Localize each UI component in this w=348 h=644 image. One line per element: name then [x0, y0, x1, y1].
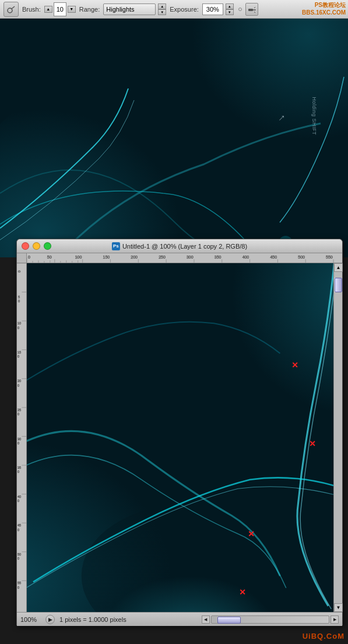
brush-size-value: 10 — [54, 2, 66, 16]
maximize-button[interactable] — [44, 242, 51, 250]
canvas-svg — [27, 263, 333, 612]
airbrush-button[interactable] — [245, 3, 258, 16]
exposure-arrows: ▲ ▼ — [226, 3, 234, 15]
svg-text:10: 10 — [17, 321, 22, 325]
marker-x1: ✕ — [291, 361, 298, 369]
vertical-ruler: 0 5 0 10 0 15 0 20 0 25 0 — [17, 263, 26, 612]
scroll-right-button[interactable]: ▶ — [331, 615, 339, 624]
svg-rect-2 — [248, 9, 253, 11]
scroll-track-horizontal[interactable] — [211, 615, 330, 624]
photoshop-window: Ps Untitled-1 @ 100% (Layer 1 copy 2, RG… — [16, 239, 343, 625]
brush-size-control: ▲ 10 ▼ — [44, 2, 76, 16]
brush-up-button[interactable]: ▲ — [44, 6, 52, 13]
svg-text:350: 350 — [215, 256, 222, 260]
svg-text:35: 35 — [17, 466, 22, 469]
scroll-track-top — [334, 272, 342, 278]
svg-text:100: 100 — [75, 256, 82, 260]
svg-text:150: 150 — [103, 256, 110, 260]
svg-text:400: 400 — [242, 256, 249, 260]
svg-rect-12 — [27, 253, 342, 263]
svg-text:250: 250 — [159, 256, 166, 260]
svg-text:200: 200 — [131, 256, 138, 260]
status-bar: 100% ▶ 1 pixels = 1.0000 pixels ◀ ▶ — [17, 612, 342, 626]
watermark-top: PS教程论坛 BBS.16XC.COM — [302, 1, 346, 16]
range-select[interactable]: Highlights — [103, 3, 156, 15]
range-arrows: ▲ ▼ — [158, 3, 166, 15]
svg-text:55: 55 — [17, 581, 22, 585]
exposure-label: Exposure: — [170, 6, 199, 13]
range-up-button[interactable]: ▲ — [158, 3, 166, 9]
scroll-thumb-vertical[interactable] — [335, 278, 342, 292]
svg-line-4 — [254, 7, 255, 8]
svg-text:550: 550 — [326, 256, 333, 260]
svg-line-6 — [254, 12, 255, 13]
svg-text:50: 50 — [17, 553, 22, 556]
svg-text:500: 500 — [298, 256, 305, 260]
scroll-up-button[interactable]: ▲ — [334, 263, 343, 272]
scrollbar-vertical: ▲ ▼ — [333, 263, 342, 612]
zoom-level: 100% — [20, 616, 41, 623]
marker-x2: ✕ — [309, 440, 316, 448]
scroll-track-bottom — [334, 292, 342, 603]
ruler-corner — [17, 253, 27, 263]
svg-text:450: 450 — [270, 256, 277, 260]
window-title: Ps Untitled-1 @ 100% (Layer 1 copy 2, RG… — [112, 242, 247, 250]
brush-label: Brush: — [22, 6, 41, 13]
canvas-artwork[interactable]: ✕ ✕ ✕ ✕ — [27, 263, 333, 612]
svg-text:15: 15 — [17, 351, 22, 354]
svg-text:20: 20 — [17, 379, 22, 383]
tool-dodge-button[interactable] — [3, 2, 19, 17]
marker-x3: ✕ — [248, 530, 255, 538]
horizontal-scrollbar: ◀ ▶ — [202, 615, 339, 624]
scroll-down-button[interactable]: ▼ — [334, 603, 343, 612]
svg-text:25: 25 — [17, 408, 22, 412]
minimize-button[interactable] — [33, 242, 40, 250]
svg-line-1 — [12, 6, 15, 9]
status-info-button[interactable]: ▶ — [45, 615, 55, 624]
exposure-down-button[interactable]: ▼ — [226, 9, 234, 15]
main-canvas-area: → Holding SHIFT — [0, 19, 348, 257]
range-down-button[interactable]: ▼ — [158, 9, 166, 15]
range-select-wrapper: Highlights ▲ ▼ — [103, 3, 166, 15]
range-label: Range: — [79, 6, 100, 13]
ps-icon: Ps — [112, 242, 120, 250]
horizontal-ruler: 0 50 100 150 200 250 300 350 400 450 — [27, 253, 342, 263]
watermark-bottom: UiBQ.CoM — [303, 632, 345, 641]
options-dot — [238, 8, 242, 11]
close-button[interactable] — [22, 242, 29, 250]
exposure-control: 30% ▲ ▼ — [202, 3, 234, 15]
holding-shift-text: Holding SHIFT — [311, 97, 317, 135]
svg-text:300: 300 — [187, 256, 194, 260]
status-text: 1 pixels = 1.0000 pixels — [59, 616, 197, 623]
scroll-left-button[interactable]: ◀ — [202, 615, 210, 624]
svg-text:30: 30 — [17, 437, 22, 440]
marker-x4: ✕ — [239, 588, 246, 596]
exposure-value[interactable]: 30% — [202, 3, 223, 15]
ruler-top: 0 50 100 150 200 250 300 350 400 450 — [17, 253, 342, 263]
main-canvas-artwork — [0, 19, 348, 257]
svg-text:0: 0 — [28, 256, 30, 260]
toolbar: Brush: ▲ 10 ▼ Range: Highlights ▲ ▼ Expo… — [0, 0, 348, 19]
ruler-left: 0 5 0 10 0 15 0 20 0 25 0 — [17, 263, 27, 612]
exposure-up-button[interactable]: ▲ — [226, 3, 234, 9]
canvas-container: 0 5 0 10 0 15 0 20 0 25 0 — [17, 263, 342, 612]
scroll-thumb-horizontal[interactable] — [217, 617, 241, 624]
svg-text:50: 50 — [47, 256, 52, 260]
brush-down-button[interactable]: ▼ — [68, 6, 76, 13]
svg-text:40: 40 — [17, 495, 22, 498]
svg-text:45: 45 — [17, 523, 22, 527]
window-titlebar: Ps Untitled-1 @ 100% (Layer 1 copy 2, RG… — [17, 239, 342, 253]
svg-point-0 — [8, 8, 12, 13]
